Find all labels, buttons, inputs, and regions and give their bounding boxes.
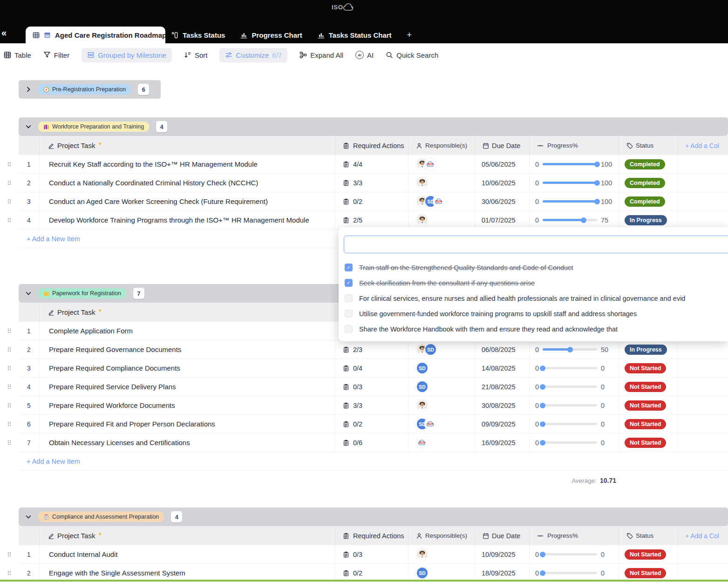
required-actions-cell[interactable]: 0/3 bbox=[335, 545, 408, 563]
progress-slider[interactable] bbox=[543, 367, 597, 369]
sort-button[interactable]: Sort bbox=[184, 51, 208, 59]
chevron-right-icon[interactable] bbox=[19, 86, 38, 93]
avatar-person[interactable] bbox=[416, 548, 429, 561]
status-cell[interactable]: Not Started bbox=[619, 415, 678, 433]
due-date-cell[interactable]: 14/08/2025 bbox=[475, 359, 530, 377]
responsibles-cell[interactable]: SD bbox=[408, 340, 475, 359]
progress-slider[interactable] bbox=[543, 553, 597, 555]
required-actions-cell[interactable]: 0/2 bbox=[335, 192, 408, 210]
column-required-actions[interactable]: Required Actions bbox=[335, 526, 408, 545]
avatar-person[interactable] bbox=[416, 214, 429, 226]
checklist-item[interactable]: ✓ Train staff on the Strengthened Qualit… bbox=[345, 260, 728, 275]
drag-handle-icon[interactable]: ⠿ bbox=[7, 217, 12, 223]
required-actions-cell[interactable]: 0/2 bbox=[335, 415, 408, 433]
status-cell[interactable]: Not Started bbox=[619, 378, 678, 396]
avatar-iso[interactable]: ISO+ bbox=[416, 436, 429, 449]
chevron-down-icon[interactable] bbox=[19, 290, 38, 297]
customize-button[interactable]: Customize 6/7 bbox=[219, 48, 287, 62]
drag-handle-icon[interactable]: ⠿ bbox=[7, 327, 12, 334]
progress-slider[interactable] bbox=[543, 386, 597, 388]
add-new-item-button[interactable]: + Add a New Item bbox=[19, 452, 728, 471]
column-progress[interactable]: Progress% bbox=[530, 136, 619, 155]
drag-handle-icon[interactable]: ⠿ bbox=[7, 439, 12, 446]
progress-cell[interactable]: 0 0 bbox=[530, 433, 619, 452]
required-actions-cell[interactable]: 3/3 bbox=[335, 396, 408, 414]
task-cell[interactable]: Prepare Required Governance Documents bbox=[40, 340, 335, 359]
responsibles-cell[interactable]: SD ISO+ bbox=[408, 415, 475, 433]
column-project-task[interactable]: Project Task ★ bbox=[40, 526, 335, 545]
drag-handle-icon[interactable]: ⠿ bbox=[7, 551, 12, 558]
expand-all-button[interactable]: Expand All bbox=[299, 51, 343, 59]
due-date-cell[interactable]: 05/06/2025 bbox=[475, 155, 530, 173]
due-date-cell[interactable]: 09/09/2025 bbox=[475, 415, 530, 433]
task-cell[interactable]: Develop Workforce Training Programs thro… bbox=[40, 211, 335, 229]
status-cell[interactable]: In Progress bbox=[619, 340, 678, 359]
checkbox-checked[interactable]: ✓ bbox=[345, 279, 353, 287]
avatar-iso[interactable]: ISO+ bbox=[433, 195, 445, 208]
checkbox[interactable] bbox=[345, 310, 353, 318]
responsibles-cell[interactable] bbox=[408, 545, 475, 563]
checklist-item[interactable]: Utilise government-funded workforce trai… bbox=[345, 306, 728, 321]
progress-slider[interactable] bbox=[543, 441, 597, 444]
progress-cell[interactable]: 0 75 bbox=[530, 211, 619, 229]
status-badge[interactable]: Not Started bbox=[625, 438, 666, 448]
task-cell[interactable]: Prepare Required Workforce Documents bbox=[40, 396, 335, 414]
column-project-task[interactable]: Project Task ★ bbox=[40, 303, 335, 322]
drag-handle-icon[interactable]: ⠿ bbox=[7, 383, 12, 390]
status-badge[interactable]: In Progress bbox=[625, 215, 667, 225]
column-status[interactable]: Status bbox=[619, 136, 678, 155]
drag-handle-icon[interactable]: ⠿ bbox=[7, 402, 12, 409]
column-progress[interactable]: Progress% bbox=[530, 526, 619, 545]
column-responsibles[interactable]: Responsible(s) bbox=[408, 136, 475, 155]
due-date-cell[interactable]: 21/08/2025 bbox=[475, 378, 530, 396]
status-badge[interactable]: Completed bbox=[625, 159, 665, 169]
tab-tasks-status-chart[interactable]: Tasks Status Chart bbox=[318, 31, 392, 39]
column-due-date[interactable]: Due Date bbox=[475, 136, 530, 155]
required-actions-cell[interactable]: 0/6 bbox=[335, 433, 408, 452]
due-date-cell[interactable]: 30/08/2025 bbox=[475, 396, 530, 414]
drag-handle-icon[interactable]: ⠿ bbox=[7, 346, 12, 353]
task-cell[interactable]: Conduct Internal Audit bbox=[40, 545, 335, 563]
status-badge[interactable]: Not Started bbox=[625, 382, 666, 392]
required-actions-cell[interactable]: 4/4 bbox=[335, 155, 408, 173]
due-date-cell[interactable]: 06/08/2025 bbox=[475, 340, 530, 359]
status-cell[interactable]: In Progress bbox=[619, 211, 678, 229]
ai-button[interactable]: AI AI bbox=[355, 51, 374, 59]
drag-handle-icon[interactable]: ⠿ bbox=[7, 179, 12, 186]
column-responsibles[interactable]: Responsible(s) bbox=[408, 526, 475, 545]
status-cell[interactable]: Completed bbox=[619, 192, 678, 210]
group-header[interactable]: Workforce Preparation and Training 4 bbox=[19, 117, 728, 136]
progress-slider[interactable] bbox=[543, 200, 597, 203]
add-column-button[interactable]: + Add a Col bbox=[678, 136, 728, 155]
drag-handle-icon[interactable]: ⠿ bbox=[7, 365, 12, 372]
avatar-person[interactable] bbox=[416, 176, 429, 189]
required-actions-cell[interactable]: 0/4 bbox=[335, 359, 408, 377]
checklist-item[interactable]: ✓ Seek clarification from the consultant… bbox=[345, 275, 728, 291]
quick-search-button[interactable]: Quick Search bbox=[386, 51, 438, 59]
status-badge[interactable]: Completed bbox=[625, 178, 665, 188]
add-column-button[interactable]: + Add a Col bbox=[678, 526, 728, 545]
tab-aged-care-registration-roadmap[interactable]: Aged Care Registration Roadmap bbox=[26, 27, 165, 43]
tab-progress-chart[interactable]: Progress Chart bbox=[240, 31, 302, 39]
required-actions-cell[interactable]: 2/5 bbox=[335, 211, 408, 229]
drag-handle-icon[interactable]: ⠿ bbox=[7, 420, 12, 427]
checklist-item[interactable]: For clinical services, ensure nurses and… bbox=[345, 291, 728, 306]
checkbox[interactable] bbox=[345, 325, 353, 333]
status-cell[interactable]: Completed bbox=[619, 174, 678, 192]
checklist-item[interactable]: Share the Workforce Handbook with them a… bbox=[345, 321, 728, 337]
due-date-cell[interactable]: 10/09/2025 bbox=[475, 545, 530, 563]
due-date-cell[interactable]: 10/06/2025 bbox=[475, 174, 530, 192]
progress-cell[interactable]: 0 100 bbox=[530, 192, 619, 210]
progress-slider[interactable] bbox=[543, 163, 597, 165]
column-required-actions[interactable]: Required Actions bbox=[335, 136, 408, 155]
status-badge[interactable]: Not Started bbox=[625, 400, 666, 411]
progress-cell[interactable]: 0 100 bbox=[530, 155, 619, 173]
collapse-sidebar-button[interactable]: « bbox=[1, 27, 7, 38]
column-due-date[interactable]: Due Date bbox=[475, 526, 530, 545]
task-cell[interactable]: Conduct an Aged Care Worker Screening Ch… bbox=[40, 192, 335, 210]
status-cell[interactable]: Not Started bbox=[619, 359, 678, 377]
status-badge[interactable]: Not Started bbox=[625, 568, 666, 578]
task-cell[interactable]: Complete Application Form bbox=[40, 322, 335, 340]
checkbox[interactable] bbox=[345, 294, 353, 302]
drag-handle-icon[interactable]: ⠿ bbox=[7, 569, 12, 576]
